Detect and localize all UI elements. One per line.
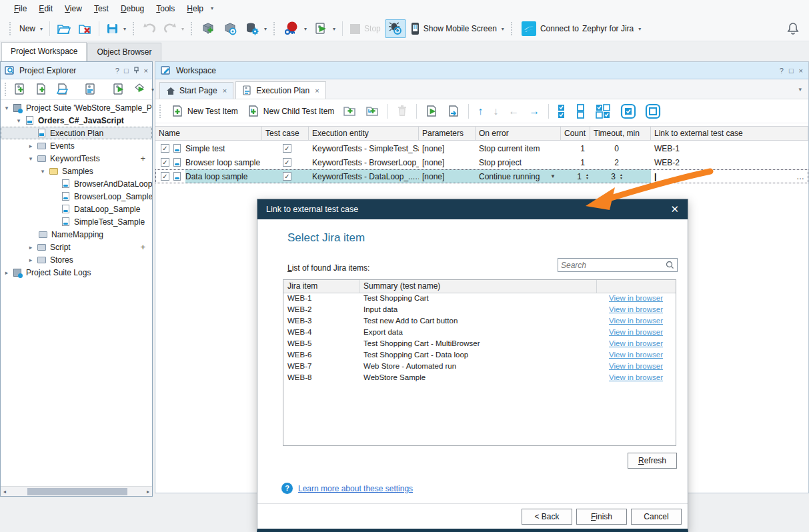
learn-more-link[interactable]: Learn more about these settings	[298, 484, 413, 493]
view-in-browser-link[interactable]: View in browser	[601, 373, 663, 381]
data-generator-button[interactable]: ▾	[241, 19, 270, 38]
stop-button[interactable]: Stop	[346, 21, 384, 37]
jira-row[interactable]: WEB-4Export dataView in browser	[283, 327, 676, 339]
menu-overflow-caret[interactable]: ▾	[211, 5, 213, 11]
panel-maximize-button[interactable]: □	[789, 67, 794, 75]
disable-selected-button[interactable]	[642, 101, 664, 122]
view-in-browser-link[interactable]: View in browser	[601, 317, 663, 325]
on-error-cell[interactable]: Stop current item	[476, 141, 561, 155]
search-input[interactable]	[561, 261, 666, 270]
move-left-button[interactable]: ←	[504, 105, 523, 117]
execution-entity-cell[interactable]: KeywordTests - BrowserLoop_...	[309, 155, 419, 169]
mobile-screen-button[interactable]: Show Mobile Screen▾	[407, 19, 508, 38]
toggle-checks-button[interactable]	[592, 101, 615, 121]
jira-row[interactable]: WEB-2Input dataView in browser	[283, 305, 676, 316]
move-down-button[interactable]: ↓	[489, 105, 502, 117]
check-all-button[interactable]	[554, 101, 571, 121]
row-checkbox[interactable]: ✓	[161, 158, 169, 167]
column-header-name[interactable]: Name	[155, 126, 262, 141]
menu-file[interactable]: File	[8, 2, 33, 15]
tree-item-browseranddataloop[interactable]: BrowserAndDataLoop_	[1, 177, 152, 190]
panel-help-button[interactable]: ?	[780, 67, 784, 75]
toolbar-grip[interactable]	[191, 22, 194, 35]
undo-button[interactable]	[139, 20, 159, 37]
column-header-jira-item[interactable]: Jira item	[283, 280, 359, 293]
parameters-cell[interactable]: [none]	[419, 141, 476, 155]
new-child-test-item-button[interactable]: New Child Test Item	[243, 102, 337, 121]
tree-item-project[interactable]: ▾Orders_C#_JavaScript	[1, 114, 152, 127]
column-header-actions[interactable]	[597, 280, 676, 293]
timeout-cell[interactable]: 2	[590, 155, 651, 169]
redo-button[interactable]: ▾	[160, 20, 187, 37]
timeout-cell[interactable]: 3▲▼	[590, 169, 651, 183]
new-group-button[interactable]	[339, 102, 360, 120]
cancel-button[interactable]: Cancel	[631, 509, 682, 525]
enable-selected-button[interactable]	[617, 101, 640, 122]
column-header-link[interactable]: Link to external test case	[651, 126, 808, 141]
parameters-cell[interactable]: [none]	[419, 155, 476, 169]
jira-row[interactable]: WEB-1Test Shopping CartView in browser	[283, 293, 676, 305]
tab-execution-plan[interactable]: Execution Plan×	[235, 81, 326, 99]
view-in-browser-link[interactable]: View in browser	[601, 351, 663, 359]
dialog-title-bar[interactable]: Link to external test case ✕	[257, 199, 688, 219]
panel-maximize-button[interactable]: □	[124, 67, 129, 75]
run-from-selected-button[interactable]	[444, 102, 464, 121]
tab-project-workspace[interactable]: Project Workspace	[1, 42, 87, 61]
column-header-summary[interactable]: Summary (test name)	[359, 280, 597, 293]
tab-object-browser[interactable]: Object Browser	[87, 43, 161, 61]
panel-close-button[interactable]: ×	[799, 67, 803, 75]
close-project-button[interactable]	[75, 20, 95, 37]
column-header-on-error[interactable]: On error	[476, 126, 561, 141]
menu-help[interactable]: Help	[181, 2, 209, 15]
execution-row-data-loop[interactable]: ✓Data loop sample ✓ KeywordTests - DataL…	[155, 169, 808, 183]
record-test-button[interactable]: ▾	[280, 19, 310, 39]
row-checkbox[interactable]: ✓	[161, 172, 169, 181]
expander-icon[interactable]: ▾	[39, 168, 46, 175]
close-tab-icon[interactable]: ×	[315, 87, 319, 95]
tree-item-script[interactable]: ▸Script+	[1, 241, 152, 253]
expander-icon[interactable]: ▸	[27, 244, 34, 251]
finish-button[interactable]: Finish	[576, 509, 627, 525]
toolbar-grip[interactable]	[133, 22, 136, 35]
menu-tools[interactable]: Tools	[150, 2, 181, 15]
view-in-browser-link[interactable]: View in browser	[601, 362, 663, 370]
timeout-spinner[interactable]: ▲▼	[620, 173, 623, 180]
execution-entity-cell[interactable]: KeywordTests - SimpleTest_Sa...	[309, 141, 419, 155]
new-test-item-button[interactable]: New Test Item	[167, 102, 241, 121]
test-case-checkbox[interactable]: ✓	[283, 158, 291, 167]
tree-item-project-suite[interactable]: ▾Project Suite 'WebStore_Sample_Proje	[1, 101, 152, 114]
refresh-button[interactable]: Refresh	[628, 453, 677, 469]
search-box[interactable]	[558, 258, 678, 272]
browse-link-button[interactable]: …	[796, 172, 804, 181]
add-object-button[interactable]	[197, 19, 219, 38]
tree-item-project-suite-logs[interactable]: ▸Project Suite Logs	[1, 266, 152, 279]
jira-row[interactable]: WEB-8WebStore SampleView in browser	[283, 373, 676, 384]
help-question-icon[interactable]: ?	[281, 483, 293, 494]
edit-execution-plan-button[interactable]	[81, 80, 101, 99]
save-button[interactable]: ▾	[103, 20, 129, 37]
tree-item-execution-plan[interactable]: Execution Plan	[1, 127, 152, 139]
column-header-parameters[interactable]: Parameters	[419, 126, 476, 141]
add-existing-item-button[interactable]	[53, 80, 73, 99]
column-header-count[interactable]: Count	[561, 126, 590, 141]
jira-row[interactable]: WEB-5Test Shopping Cart - MultiBrowserVi…	[283, 339, 676, 350]
uncheck-all-button[interactable]	[573, 101, 590, 121]
move-right-button[interactable]: →	[525, 105, 544, 117]
object-spy-button[interactable]	[219, 19, 241, 38]
expander-icon[interactable]: ▸	[27, 257, 34, 263]
count-cell[interactable]: 1	[561, 155, 590, 169]
tree-item-simpletest[interactable]: SimpleTest_Sample	[1, 215, 152, 228]
timeout-cell[interactable]: 0	[590, 141, 651, 155]
toolbar-grip[interactable]	[159, 105, 163, 118]
menu-debug[interactable]: Debug	[115, 2, 150, 15]
row-checkbox[interactable]: ✓	[161, 144, 169, 153]
toolbar-grip[interactable]	[511, 22, 514, 35]
toolbar-grip[interactable]	[9, 22, 13, 35]
execution-row-browser-loop[interactable]: ✓Browser loop sample ✓ KeywordTests - Br…	[155, 155, 808, 169]
tree-item-samples[interactable]: ▾Samples	[1, 165, 152, 177]
external-link-cell[interactable]: WEB-2	[651, 155, 808, 169]
external-link-cell[interactable]: WEB-1	[651, 141, 808, 155]
new-child-group-button[interactable]	[362, 102, 383, 120]
test-case-checkbox[interactable]: ✓	[283, 144, 291, 153]
column-header-timeout[interactable]: Timeout, min	[590, 126, 651, 141]
